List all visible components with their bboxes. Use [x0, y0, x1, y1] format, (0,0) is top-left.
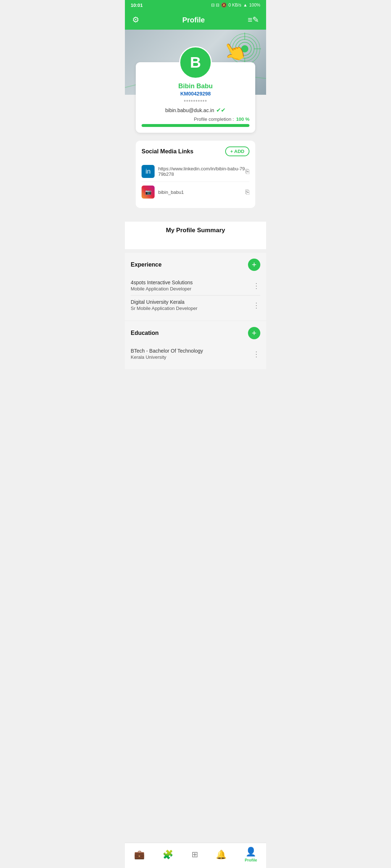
experience-item-1: Digital University Kerala Sr Mobile Appl…: [131, 295, 260, 315]
education-item-0: BTech - Bachelor Of Technology Kerala Un…: [131, 344, 260, 363]
data-icon: 0 KB/s: [228, 3, 241, 8]
instagram-url: bibin_babu1: [158, 190, 245, 195]
status-icons: ⊟ ⊟ 🔕 0 KB/s ▲ 100%: [211, 3, 260, 8]
sim-icon: ⊟ ⊟: [211, 3, 219, 8]
completion-label: Profile completion :: [194, 116, 234, 122]
summary-title: My Profile Summary: [125, 222, 266, 238]
education-header: Education +: [131, 327, 260, 339]
social-media-section: Social Media Links + ADD in https://www.…: [136, 141, 255, 208]
exp-menu-1[interactable]: ⋮: [253, 301, 260, 310]
experience-header: Experience +: [131, 259, 260, 271]
experience-title: Experience: [131, 261, 161, 268]
avatar-wrapper: B: [142, 46, 249, 79]
status-time: 10:01: [131, 3, 143, 8]
exp-company-1: Digital University Kerala: [131, 299, 197, 305]
mute-icon: 🔕: [221, 3, 227, 8]
profile-email: bibin.babu@duk.ac.in: [165, 107, 214, 113]
linkedin-url: https://www.linkedin.com/in/bibin-babu-7…: [158, 166, 245, 177]
linkedin-item: in https://www.linkedin.com/in/bibin-bab…: [142, 161, 249, 182]
progress-fill: [142, 124, 249, 127]
exp-role-1: Sr Mobile Application Developer: [131, 306, 197, 311]
exp-text-0: 4spots Interactive Solutions Mobile Appl…: [131, 280, 193, 292]
edu-university-0: Kerala University: [131, 354, 203, 360]
social-media-header: Social Media Links + ADD: [142, 146, 249, 156]
status-bar: 10:01 ⊟ ⊟ 🔕 0 KB/s ▲ 100%: [125, 0, 266, 10]
experience-item-0: 4spots Interactive Solutions Mobile Appl…: [131, 276, 260, 295]
completion-row: Profile completion : 100 %: [142, 116, 249, 122]
wifi-icon: ▲: [243, 3, 247, 8]
avatar: B: [179, 46, 212, 79]
battery-icon: 100%: [249, 3, 260, 8]
exp-company-0: 4spots Interactive Solutions: [131, 280, 193, 285]
instagram-copy-icon[interactable]: ⎘: [245, 188, 249, 196]
profile-phone: **********: [142, 99, 249, 105]
exp-menu-0[interactable]: ⋮: [253, 281, 260, 290]
instagram-logo: 📷: [142, 186, 155, 199]
profile-name: Bibin Babu: [142, 82, 249, 90]
verified-icon: ✔✔: [216, 107, 226, 114]
linkedin-logo: in: [142, 165, 155, 178]
add-social-button[interactable]: + ADD: [225, 146, 249, 156]
experience-section: Experience + 4spots Interactive Solution…: [125, 253, 266, 320]
exp-text-1: Digital University Kerala Sr Mobile Appl…: [131, 299, 197, 311]
summary-section: My Profile Summary: [125, 226, 266, 249]
profile-id: KM00429298: [142, 91, 249, 97]
app-header: ⚙ Profile ≡✎: [125, 10, 266, 30]
exp-role-0: Mobile Application Developer: [131, 286, 193, 292]
edit-icon[interactable]: ≡✎: [248, 15, 259, 25]
progress-bar: [142, 124, 249, 127]
completion-percent: 100 %: [236, 116, 249, 122]
settings-icon[interactable]: ⚙: [132, 15, 139, 25]
edu-menu-0[interactable]: ⋮: [253, 350, 260, 358]
page-title: Profile: [182, 16, 205, 24]
edu-degree-0: BTech - Bachelor Of Technology: [131, 348, 203, 354]
linkedin-copy-icon[interactable]: ⎘: [245, 168, 249, 175]
edu-text-0: BTech - Bachelor Of Technology Kerala Un…: [131, 348, 203, 360]
profile-card: B Bibin Babu KM00429298 ********** bibin…: [136, 62, 255, 133]
education-section: Education + BTech - Bachelor Of Technolo…: [125, 321, 266, 369]
education-title: Education: [131, 330, 159, 336]
add-education-button[interactable]: +: [248, 327, 260, 339]
social-media-title: Social Media Links: [142, 148, 193, 155]
add-experience-button[interactable]: +: [248, 259, 260, 271]
profile-email-row: bibin.babu@duk.ac.in ✔✔: [142, 107, 249, 114]
instagram-item: 📷 bibin_babu1 ⎘: [142, 182, 249, 202]
